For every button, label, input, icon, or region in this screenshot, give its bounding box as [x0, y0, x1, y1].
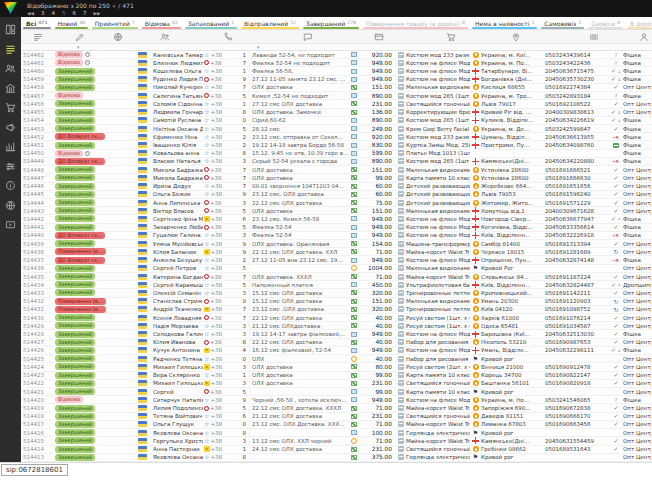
phone-cell[interactable]: ☆+381: [203, 100, 249, 107]
sidebar-item-purchases-icon[interactable]: [5, 102, 16, 113]
table-row[interactable]: 514423ЗавершенийВера Скляренко☆+381ОЛХ д…: [21, 372, 652, 380]
table-row[interactable]: 514413ЗавершенийЯковлева Оксана☆+388375.…: [21, 454, 652, 462]
table-row[interactable]: 514428ЗавершенийСолодкова Галина В...☆+3…: [21, 330, 652, 338]
table-row[interactable]: 514444ЗавершенийАнна Липенська+38322.12 …: [21, 199, 652, 207]
tab-1[interactable]: Всі471: [21, 17, 53, 29]
sidebar-item-video-tutorials-icon[interactable]: [5, 219, 16, 230]
phone-cell[interactable]: +383: [203, 199, 249, 206]
pagination-page-5[interactable]: 5: [62, 10, 66, 16]
phone-cell[interactable]: ☆+385: [203, 265, 249, 272]
phone-cell[interactable]: lc+386: [203, 215, 249, 222]
table-row[interactable]: 514437ДО Возврат ск...Анжела Безушку☆+38…: [21, 256, 652, 264]
phone-cell[interactable]: +387: [203, 59, 249, 66]
table-row[interactable]: 514455ЗавершенийЛюдмила Гончарова☆+388ОЛ…: [21, 109, 652, 117]
filter-dropdown-icon[interactable]: ▾: [77, 44, 80, 51]
sidebar-item-info-icon[interactable]: [5, 180, 16, 191]
column-header-country-icon[interactable]: [113, 32, 123, 42]
tab-11[interactable]: Сервіси0: [586, 17, 625, 29]
phone-cell[interactable]: +387: [203, 166, 249, 173]
table-row[interactable]: 514414ЗавершенийАнна Пастернакlc+38124.1…: [21, 446, 652, 454]
phone-cell[interactable]: ☆+383: [203, 158, 249, 165]
phone-cell[interactable]: ☆+387: [203, 84, 249, 91]
sidebar-item-warehouse-icon[interactable]: [5, 83, 16, 94]
pagination-page-4[interactable]: 4: [51, 10, 55, 16]
pagination-page-7[interactable]: 7: [83, 10, 87, 16]
phone-cell[interactable]: ☆+385: [203, 125, 249, 132]
phone-cell[interactable]: ☆+389: [203, 240, 249, 247]
phone-cell[interactable]: ☆+383: [203, 322, 249, 329]
tab-8[interactable]: Повернення товару (в дорозі)0: [361, 17, 470, 29]
sidebar-item-settings-icon[interactable]: [5, 161, 16, 172]
table-row[interactable]: 514435ЗавершенийКатерина Богданова+387ОЛ…: [21, 273, 652, 281]
phone-cell[interactable]: ☆+389: [203, 396, 249, 403]
table-row[interactable]: 514451ЗавершенийІващенко Юлія☆+38219.12 …: [21, 141, 652, 149]
phone-cell[interactable]: +387: [203, 174, 249, 181]
phone-cell[interactable]: lc+387: [203, 306, 249, 313]
phone-cell[interactable]: +385: [203, 224, 249, 231]
phone-cell[interactable]: ☆+383: [203, 232, 249, 239]
phone-cell[interactable]: ☆+388: [203, 454, 249, 461]
phone-cell[interactable]: ☆+380: [203, 355, 249, 362]
table-row[interactable]: 514460ЗавершенийКошелева Ольга Ар...☆+38…: [21, 67, 652, 75]
sidebar-item-orders-icon[interactable]: [5, 44, 16, 55]
tab-5[interactable]: Запакований1: [183, 17, 239, 29]
pagination-last-button[interactable]: ▶▶: [93, 11, 100, 16]
phone-cell[interactable]: ☆+388: [203, 429, 249, 436]
sidebar-item-dashboard-icon[interactable]: [5, 24, 16, 35]
tab-7[interactable]: Завершений278: [301, 17, 361, 29]
column-header-customer-icon[interactable]: [160, 32, 170, 42]
table-row[interactable]: 514442ЗавершенийСергієнко Іріна Ми...lc+…: [21, 215, 652, 223]
phone-cell[interactable]: lc+389: [203, 248, 249, 255]
column-header-phone-icon[interactable]: [223, 32, 233, 42]
table-row[interactable]: 514438Повернення (в...Юлия Баланюкlc+389…: [21, 248, 652, 256]
pagination-page-3[interactable]: 3: [41, 10, 45, 16]
table-row[interactable]: 514458ЗавершенийНиколай Кучеренко☆+387ОЛ…: [21, 84, 652, 92]
table-row[interactable]: 514447ЗавершенийМикола Бадражан+387ОЛХ д…: [21, 174, 652, 182]
phone-cell[interactable]: +385: [203, 388, 249, 395]
column-header-status-icon[interactable]: [75, 32, 85, 42]
table-row[interactable]: 514421ЗавершенийСергей+38599.00Карта пам…: [21, 388, 652, 396]
phone-cell[interactable]: ☆+383: [203, 289, 249, 296]
sidebar-item-customers-icon[interactable]: [5, 63, 16, 74]
table-row[interactable]: 514420ВідмоваСитарчук Наталія Гр...☆+389…: [21, 396, 652, 404]
table-row[interactable]: 514426ЗавершенийКучук Антонинаlc+38416.1…: [21, 347, 652, 355]
phone-cell[interactable]: ☆+381: [203, 372, 249, 379]
column-header-address-icon[interactable]: [511, 32, 521, 42]
phone-cell[interactable]: ☆+385: [203, 281, 249, 288]
column-header-payment-icon[interactable]: [374, 32, 384, 42]
phone-cell[interactable]: +380: [203, 298, 249, 305]
phone-cell[interactable]: +387: [203, 314, 249, 321]
column-header-tracking-icon[interactable]: [589, 32, 599, 42]
pagination-first-button[interactable]: ◀◀: [27, 11, 34, 16]
app-logo-icon[interactable]: [4, 2, 17, 14]
sidebar-item-marketing-icon[interactable]: [5, 122, 16, 133]
phone-cell[interactable]: ☆+380: [203, 117, 249, 124]
phone-cell[interactable]: lc+383: [203, 363, 249, 370]
table-row[interactable]: 514462ВідмоваiКаневська Тамара ...☆+381Л…: [21, 51, 652, 59]
phone-cell[interactable]: +385: [203, 404, 249, 411]
sidebar-item-statistics-icon[interactable]: [5, 141, 16, 152]
table-row[interactable]: 514459ЗавершенийРуденко Лидия Пав...+389…: [21, 76, 652, 84]
table-row[interactable]: 514434ЗавершенийСергей Карамышев☆+385Нал…: [21, 281, 652, 289]
table-row[interactable]: 514445ЗавершенийОльга Божик☆+38923.12 см…: [21, 191, 652, 199]
table-row[interactable]: 514452ДО Возврат ск...Єфименко Ніна☆+382…: [21, 133, 652, 141]
tab-6[interactable]: Відправлений12: [239, 17, 301, 29]
phone-cell[interactable]: ☆+380: [203, 421, 249, 428]
sidebar-item-international-icon[interactable]: [5, 200, 16, 211]
table-row[interactable]: 514456ЗавершенийСоломія Сідоніна☆+38127.…: [21, 100, 652, 108]
column-header-product-icon[interactable]: [446, 32, 456, 42]
phone-cell[interactable]: +385: [203, 207, 249, 214]
pagination-page-6[interactable]: 6: [72, 10, 76, 16]
phone-cell[interactable]: +389: [203, 76, 249, 83]
table-row[interactable]: 514448ЗавершенийМикола Бадражан+387ОЛХ д…: [21, 166, 652, 174]
table-row[interactable]: 514453ЗавершенийНікітіна Оксана Дми...☆+…: [21, 125, 652, 133]
info-icon[interactable]: i: [85, 151, 90, 156]
phone-cell[interactable]: lc+383: [203, 380, 249, 387]
table-row[interactable]: 514430ЗавершенийКсенія Левадняя+38722.12…: [21, 314, 652, 322]
table-row[interactable]: 514449ДО Возврат ск...Власюк Наталья☆+38…: [21, 158, 652, 166]
phone-cell[interactable]: ☆+383: [203, 437, 249, 444]
phone-cell[interactable]: ☆+382: [203, 256, 249, 263]
table-row[interactable]: 514417ЗавершенийОльга Глущук☆+38023.12 с…: [21, 421, 652, 429]
table-row[interactable]: 514418ЗавершенийТетяна Войтович☆+38621.1…: [21, 413, 652, 421]
phone-cell[interactable]: ☆+388: [203, 109, 249, 116]
